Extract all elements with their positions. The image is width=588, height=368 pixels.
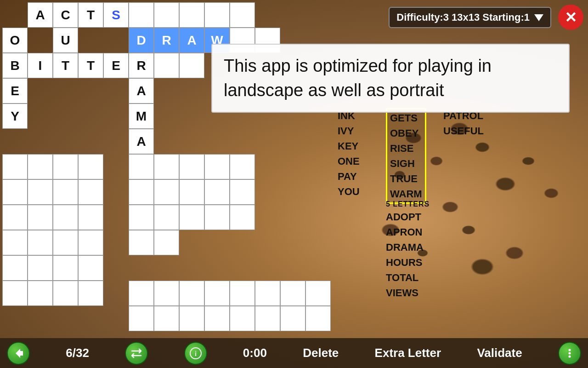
cell-12-5[interactable] — [129, 306, 154, 331]
cell-6-3[interactable] — [78, 154, 103, 179]
cell-8-0[interactable] — [2, 205, 28, 230]
word-list-item-highlighted[interactable]: WARM — [390, 186, 422, 201]
cell-1-5[interactable]: D — [129, 28, 154, 53]
cell-9-6[interactable] — [154, 230, 179, 255]
word-list-item[interactable]: ONE — [338, 154, 360, 169]
cell-12-9[interactable] — [230, 306, 255, 331]
word-list-item-highlighted[interactable]: SIGH — [390, 156, 422, 171]
five-letter-word-item[interactable]: ADOPT — [386, 209, 430, 224]
cell-2-6[interactable] — [154, 53, 179, 78]
cell-11-6[interactable] — [154, 281, 179, 306]
word-list-item[interactable]: KEY — [338, 138, 360, 154]
cell-0-1[interactable]: A — [28, 2, 53, 28]
cell-11-1[interactable] — [28, 281, 53, 306]
word-list-item-highlighted[interactable]: TRUE — [390, 171, 422, 186]
cell-7-5[interactable] — [129, 179, 154, 205]
cell-0-8[interactable] — [204, 2, 230, 28]
cell-11-3[interactable] — [78, 281, 103, 306]
cell-2-1[interactable]: I — [28, 53, 53, 78]
cell-10-2[interactable] — [53, 255, 78, 281]
cell-8-6[interactable] — [154, 205, 179, 230]
cell-4-0[interactable]: Y — [2, 104, 28, 129]
info-button[interactable]: i — [184, 342, 207, 365]
cell-7-9[interactable] — [230, 179, 255, 205]
word-list-item-highlighted[interactable]: OBEY — [390, 126, 422, 141]
cell-2-7[interactable] — [179, 53, 204, 78]
cell-0-3[interactable]: T — [78, 2, 103, 28]
cell-6-9[interactable] — [230, 154, 255, 179]
cell-6-7[interactable] — [179, 154, 204, 179]
cell-10-3[interactable] — [78, 255, 103, 281]
extra-letter-button[interactable]: Extra Letter — [375, 346, 441, 360]
cell-8-1[interactable] — [28, 205, 53, 230]
cell-8-7[interactable] — [179, 205, 204, 230]
five-letter-word-item[interactable]: VIEWS — [386, 285, 430, 300]
cell-11-2[interactable] — [53, 281, 78, 306]
delete-button[interactable]: Delete — [303, 346, 339, 360]
cell-0-2[interactable]: C — [53, 2, 78, 28]
cell-2-3[interactable]: T — [78, 53, 103, 78]
cell-1-2[interactable]: U — [53, 28, 78, 53]
cell-11-11[interactable] — [280, 281, 305, 306]
cell-12-11[interactable] — [280, 306, 305, 331]
cell-2-5[interactable]: R — [129, 53, 154, 78]
five-letter-word-item[interactable]: TOTAL — [386, 270, 430, 285]
cell-1-0[interactable]: O — [2, 28, 28, 53]
cell-12-12[interactable] — [305, 306, 331, 331]
menu-button[interactable] — [558, 342, 581, 365]
cell-6-5[interactable] — [129, 154, 154, 179]
cell-3-5[interactable]: A — [129, 78, 154, 104]
word-list-item-highlighted[interactable]: RISE — [390, 141, 422, 156]
close-button[interactable]: ✕ — [558, 5, 583, 30]
cell-0-7[interactable] — [179, 2, 204, 28]
cell-6-1[interactable] — [28, 154, 53, 179]
cell-6-8[interactable] — [204, 154, 230, 179]
cell-12-7[interactable] — [179, 306, 204, 331]
word-list-item[interactable]: IVY — [338, 123, 360, 138]
cell-0-9[interactable] — [230, 2, 255, 28]
cell-2-4[interactable]: E — [103, 53, 129, 78]
cell-2-2[interactable]: T — [53, 53, 78, 78]
swap-button[interactable] — [125, 342, 148, 365]
validate-button[interactable]: Validate — [477, 346, 522, 360]
cell-7-1[interactable] — [28, 179, 53, 205]
cell-7-6[interactable] — [154, 179, 179, 205]
cell-9-2[interactable] — [53, 230, 78, 255]
cell-8-3[interactable] — [78, 205, 103, 230]
cell-1-6[interactable]: R — [154, 28, 179, 53]
cell-0-6[interactable] — [154, 2, 179, 28]
cell-11-0[interactable] — [2, 281, 28, 306]
cell-10-0[interactable] — [2, 255, 28, 281]
cell-4-5[interactable]: M — [129, 104, 154, 129]
cell-9-5[interactable] — [129, 230, 154, 255]
cell-9-1[interactable] — [28, 230, 53, 255]
cell-2-0[interactable]: B — [2, 53, 28, 78]
word-list-item[interactable]: PAY — [338, 169, 360, 184]
cell-12-10[interactable] — [255, 306, 280, 331]
cell-11-5[interactable] — [129, 281, 154, 306]
cell-11-7[interactable] — [179, 281, 204, 306]
cell-5-5[interactable]: A — [129, 129, 154, 154]
cell-11-8[interactable] — [204, 281, 230, 306]
cell-0-4[interactable]: S — [103, 2, 129, 28]
cell-1-7[interactable]: A — [179, 28, 204, 53]
cell-3-0[interactable]: E — [2, 78, 28, 104]
cell-8-8[interactable] — [204, 205, 230, 230]
cell-11-9[interactable] — [230, 281, 255, 306]
word-list-item[interactable]: USEFUL — [443, 123, 484, 138]
cell-7-0[interactable] — [2, 179, 28, 205]
cell-12-8[interactable] — [204, 306, 230, 331]
difficulty-bar[interactable]: Difficulty:3 13x13 Starting:1 — [389, 7, 551, 28]
cell-0-5[interactable] — [129, 2, 154, 28]
cell-10-1[interactable] — [28, 255, 53, 281]
cell-11-10[interactable] — [255, 281, 280, 306]
five-letter-word-item[interactable]: DRAMA — [386, 240, 430, 255]
cell-6-0[interactable] — [2, 154, 28, 179]
cell-7-2[interactable] — [53, 179, 78, 205]
back-button[interactable] — [7, 342, 30, 365]
cell-12-6[interactable] — [154, 306, 179, 331]
cell-7-3[interactable] — [78, 179, 103, 205]
cell-8-2[interactable] — [53, 205, 78, 230]
cell-9-3[interactable] — [78, 230, 103, 255]
five-letter-word-item[interactable]: HOURS — [386, 255, 430, 270]
